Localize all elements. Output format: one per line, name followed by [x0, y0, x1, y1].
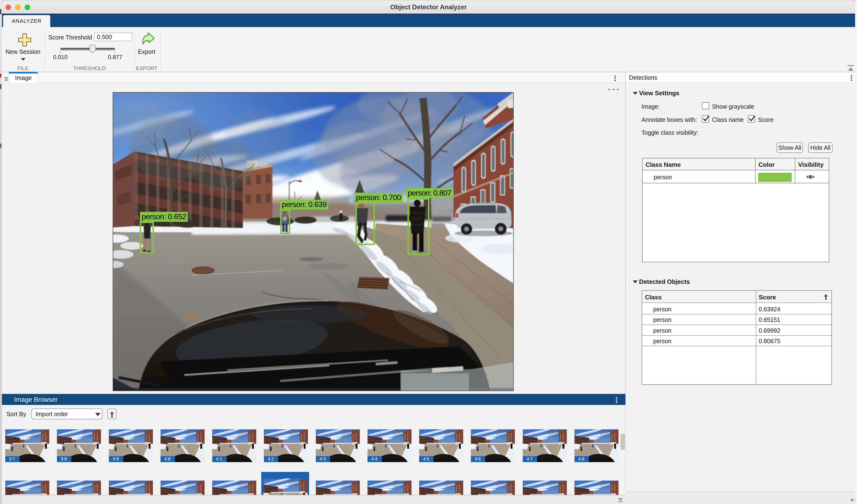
svg-text:person: 0.639: person: 0.639 [282, 200, 327, 209]
svg-text:person: 0.700: person: 0.700 [356, 193, 401, 202]
svg-text:person: 0.652: person: 0.652 [141, 212, 186, 221]
svg-text:person: 0.807: person: 0.807 [408, 189, 452, 197]
